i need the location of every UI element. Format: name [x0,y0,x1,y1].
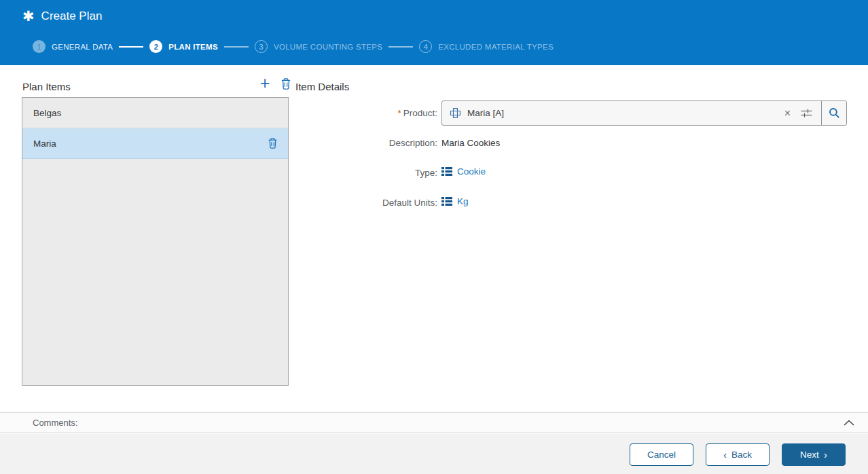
description-label: Description: [304,138,437,148]
type-label: Type: [304,168,437,178]
app-header: ✱ Create Plan 1 GENERAL DATA 2 PLAN ITEM… [0,0,868,65]
plan-items-heading: Plan Items [22,81,71,92]
list-item-belgas[interactable]: Belgas [22,98,288,128]
default-units-value-link[interactable]: Kg [457,196,469,206]
default-units-label: Default Units: [304,198,437,208]
list-item-maria[interactable]: Maria [22,128,288,159]
step-number-badge: 4 [419,40,432,53]
step-volume-counting-steps[interactable]: 3 VOLUME COUNTING STEPS [255,40,382,53]
back-button[interactable]: ‹ Back [706,443,770,466]
step-number-badge: 1 [33,40,46,53]
comments-section-header[interactable]: Comments: [0,412,868,433]
cancel-label: Cancel [647,450,676,460]
plan-item-name: Belgas [33,108,61,118]
description-value: Maria Cookies [441,138,500,148]
next-label: Next [800,450,819,460]
trash-icon [280,77,292,90]
step-label: VOLUME COUNTING STEPS [274,43,382,51]
comments-label: Comments: [33,418,77,428]
chevron-left-icon: ‹ [723,450,727,460]
step-label: PLAN ITEMS [168,43,218,51]
product-field[interactable]: Maria [A] × [441,101,847,126]
search-button[interactable] [821,101,846,125]
tune-icon[interactable] [797,108,821,118]
collapse-comments-button[interactable] [844,420,854,426]
required-marker: * [397,108,401,118]
step-number-badge: 3 [255,40,268,53]
delete-row-button[interactable] [266,137,278,150]
product-label: *Product: [304,108,437,118]
step-number-badge: 2 [149,40,162,53]
list-icon [441,197,452,206]
add-plan-item-button[interactable]: + [255,73,274,92]
type-value-link[interactable]: Cookie [457,166,486,177]
back-label: Back [731,450,752,460]
cancel-button[interactable]: Cancel [630,443,693,466]
header-title-row: ✱ Create Plan [22,9,102,23]
step-plan-items[interactable]: 2 PLAN ITEMS [149,40,218,53]
item-details-heading: Item Details [295,81,349,92]
product-value[interactable]: Maria [A] [467,108,778,118]
plan-items-list: Belgas Maria [22,97,289,386]
default-units-value-row: Kg [441,196,469,206]
page-title: Create Plan [41,10,103,23]
asterisk-icon: ✱ [22,9,35,23]
trash-icon [267,137,278,149]
step-general-data[interactable]: 1 GENERAL DATA [33,40,113,53]
step-connector [119,46,143,48]
step-label: EXCLUDED MATERIAL TYPES [438,43,554,51]
wizard-steps: 1 GENERAL DATA 2 PLAN ITEMS 3 VOLUME COU… [33,40,554,53]
step-excluded-material-types[interactable]: 4 EXCLUDED MATERIAL TYPES [419,40,554,53]
search-icon [829,107,840,119]
step-label: GENERAL DATA [52,43,113,51]
step-connector [224,46,249,48]
chevron-right-icon: › [824,450,827,460]
footer-bar: Cancel ‹ Back Next › [0,434,868,474]
chevron-up-icon [844,420,854,426]
plan-item-name: Maria [33,139,56,149]
product-icon [442,107,467,119]
clear-icon[interactable]: × [778,108,797,119]
type-value-row: Cookie [441,166,486,177]
next-button[interactable]: Next › [782,443,846,466]
delete-plan-item-button[interactable] [279,77,293,91]
list-icon [441,167,452,176]
step-connector [388,46,413,48]
